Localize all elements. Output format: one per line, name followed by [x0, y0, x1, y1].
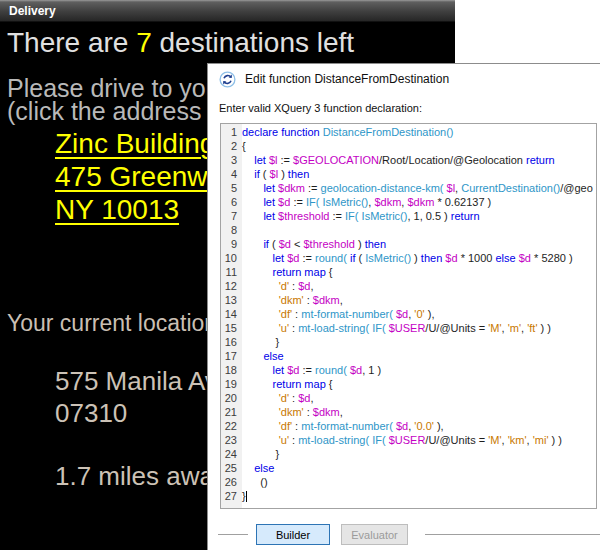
current-location-zip: 07310 [55, 398, 127, 429]
destinations-left-text: There are 7 destinations left [7, 27, 354, 59]
code-line: 8 [221, 223, 596, 237]
code-line: 15 'u' : mt-load-string( IF( $USER/U/@Un… [221, 321, 596, 335]
code-line: 1declare function DistanceFromDestinatio… [221, 125, 596, 139]
code-lines: 1declare function DistanceFromDestinatio… [221, 125, 596, 503]
current-location-label: Your current location [7, 310, 217, 337]
code-line: 9 if ( $d < $threshold ) then [221, 237, 596, 251]
dialog-title: Edit function DistanceFromDestination [245, 72, 449, 86]
code-line: 25 else [221, 461, 596, 475]
code-line: 13 'dkm' : $dkm, [221, 293, 596, 307]
builder-button[interactable]: Builder [256, 524, 330, 545]
code-line: 23 'u' : mt-load-string( IF( $USER/U/@Un… [221, 433, 596, 447]
code-line: 18 let $d := round( $d, 1 ) [221, 363, 596, 377]
code-line: 7 let $threshold := IF( IsMetric(), 1, 0… [221, 209, 596, 223]
distance-away-text: 1.7 miles awa [55, 461, 214, 492]
edit-function-dialog: Edit function DistanceFromDestination En… [207, 63, 600, 550]
code-line: 10 let $d := round( if ( IsMetric() ) th… [221, 251, 596, 265]
delivery-window-title: Delivery [0, 4, 56, 18]
code-line: 26 () [221, 475, 596, 489]
code-line: 4 if ( $l ) then [221, 167, 596, 181]
code-line: 17 else [221, 349, 596, 363]
code-line: 3 let $l := $GEOLOCATION/Root/Location/@… [221, 153, 596, 167]
function-sync-icon [219, 71, 236, 88]
destinations-count: 7 [136, 27, 152, 58]
code-line: 6 let $d := IF( IsMetric(), $dkm, $dkm *… [221, 195, 596, 209]
code-line: 11 return map { [221, 265, 596, 279]
destination-address-link-line1[interactable]: Zinc Building [55, 128, 215, 160]
destination-address-link-line3[interactable]: NY 10013 [55, 194, 179, 226]
dialog-titlebar[interactable]: Edit function DistanceFromDestination [208, 64, 600, 94]
delivery-titlebar[interactable]: Delivery [0, 0, 455, 22]
code-line: 27} [221, 489, 596, 503]
button-divider-right [425, 534, 600, 535]
code-line: 2{ [221, 139, 596, 153]
instruction-text-line2: (click the address to [7, 97, 229, 126]
evaluator-button: Evaluator [341, 524, 408, 545]
current-location-street: 575 Manila Av [55, 366, 218, 397]
code-line: 22 'df' : mt-format-number( $d, '0.0' ), [221, 419, 596, 433]
code-line: 16 } [221, 335, 596, 349]
code-line: 20 'd' : $d, [221, 391, 596, 405]
editor-instruction-label: Enter valid XQuery 3 function declaratio… [219, 102, 422, 114]
text-caret [246, 491, 247, 502]
code-line: 5 let $dkm := geolocation-distance-km( $… [221, 181, 596, 195]
code-line: 14 'df' : mt-format-number( $d, '0' ), [221, 307, 596, 321]
code-line: 24 } [221, 447, 596, 461]
button-divider-left [218, 534, 248, 535]
code-line: 21 'dkm' : $dkm, [221, 405, 596, 419]
code-line: 19 return map { [221, 377, 596, 391]
destination-address-link-line2[interactable]: 475 Greenwic [55, 161, 228, 193]
code-line: 12 'd' : $d, [221, 279, 596, 293]
xquery-code-editor[interactable]: 1declare function DistanceFromDestinatio… [220, 123, 597, 509]
